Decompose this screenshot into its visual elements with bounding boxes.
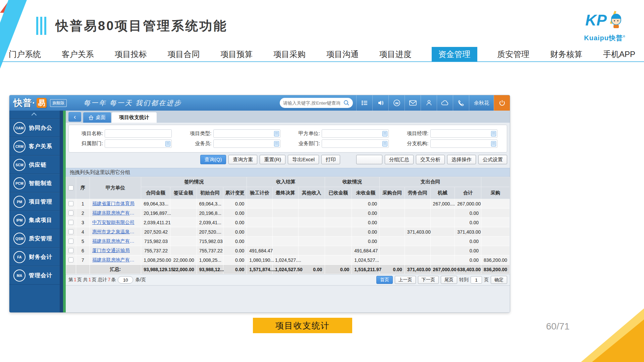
client-link[interactable]: 厦门市交通运输局	[92, 248, 139, 254]
toolbar-button-7[interactable]: 分组汇总	[385, 155, 414, 164]
toolbar-button-2[interactable]: 查询方案	[228, 155, 257, 164]
nav-item-10[interactable]: 质安管理	[496, 47, 530, 61]
filter-input[interactable]	[105, 140, 171, 147]
pager-button-2[interactable]: 上一页	[395, 276, 416, 284]
tab-desktop[interactable]: 桌面	[83, 112, 111, 123]
nav-item-11[interactable]: 财务核算	[549, 47, 583, 61]
row-checkbox[interactable]	[68, 239, 73, 244]
toolbar-button-1[interactable]: 查询(Q)	[200, 155, 226, 164]
data-cell	[380, 237, 405, 246]
im-icon[interactable]: IM	[388, 95, 405, 111]
nav-item-5[interactable]: 项目预算	[220, 47, 253, 61]
pager-button-4[interactable]: 尾页	[441, 276, 457, 284]
menu-list-icon[interactable]	[356, 95, 372, 111]
sidebar-item-pcm[interactable]: PCM智能制造	[9, 174, 60, 192]
filter-input-box	[105, 139, 172, 148]
nav-item-12[interactable]: 手机APP	[602, 47, 636, 61]
sidebar-item-pm[interactable]: PM项目管理	[9, 192, 60, 211]
data-cell: 0.00	[352, 218, 380, 227]
user-name[interactable]: 余秋花	[469, 95, 494, 111]
lookup-icon[interactable]	[165, 141, 170, 146]
data-cell: 1,008,250.00	[141, 255, 170, 265]
row-no: 4	[76, 227, 90, 237]
nav-item-4[interactable]: 项目合同	[167, 47, 200, 61]
goto-page-input[interactable]	[471, 276, 482, 284]
client-link[interactable]: 福建兆联房地产有限公司	[92, 210, 139, 216]
row-checkbox[interactable]	[68, 257, 73, 262]
sidebar-item-oam[interactable]: OAM协同办公	[9, 119, 60, 137]
pager-button-1[interactable]: 首页	[376, 276, 393, 284]
search-icon[interactable]	[343, 100, 350, 106]
nav-item-7[interactable]: 项目沟通	[326, 47, 359, 61]
contact-icon[interactable]	[421, 95, 437, 111]
filter-input[interactable]	[322, 140, 388, 147]
pager-button-3[interactable]: 下一页	[418, 276, 439, 284]
svg-text:KP: KP	[585, 11, 607, 29]
toolbar-button-3[interactable]: 重置(R)	[260, 155, 285, 164]
sidebar-collapse[interactable]	[9, 111, 60, 119]
toolbar-button-10[interactable]: 公式设置	[478, 155, 507, 164]
module-icon-fa: FA	[13, 251, 25, 263]
sidebar-item-ipm[interactable]: IPM集成项目	[9, 211, 60, 229]
lookup-icon[interactable]	[382, 141, 387, 146]
sound-icon[interactable]	[372, 95, 388, 111]
power-icon[interactable]	[494, 95, 510, 111]
client-link[interactable]: 惠州市龙之泉温泉开发...	[92, 229, 139, 235]
lookup-icon[interactable]	[274, 141, 279, 146]
toolbar-button-4[interactable]: 导出Excel	[288, 155, 319, 164]
sidebar-item-crm[interactable]: CRM客户关系	[9, 137, 60, 156]
sidebar-item-label: 管理会计	[29, 272, 52, 279]
row-checkbox[interactable]	[68, 248, 73, 253]
filter-input[interactable]	[431, 130, 497, 137]
phone-icon[interactable]	[453, 95, 469, 111]
toolbar-blank-button[interactable]	[356, 155, 382, 164]
toolbar-button-8[interactable]: 交叉分析	[416, 155, 445, 164]
search-input[interactable]	[283, 101, 343, 106]
lookup-icon[interactable]	[491, 141, 496, 146]
client-link[interactable]: 福建兆联房地产有限公司	[92, 257, 139, 263]
filter-field: 项目类型:	[179, 129, 288, 138]
summary-cell: 0.00	[223, 265, 247, 274]
nav-item-1[interactable]: 门户系统	[8, 47, 42, 61]
sidebar-item-ma[interactable]: MA管理会计	[9, 266, 60, 285]
confirm-button[interactable]: 确定	[491, 276, 507, 284]
tab-active[interactable]: 项目收支统计	[112, 112, 157, 123]
filter-input[interactable]	[214, 130, 280, 137]
row-checkbox[interactable]	[68, 229, 73, 234]
cloud-icon[interactable]	[437, 95, 453, 111]
mail-icon[interactable]	[405, 95, 421, 111]
nav-item-8[interactable]: 项目进度	[379, 47, 412, 61]
filter-input[interactable]	[105, 130, 171, 137]
lookup-icon[interactable]	[491, 131, 496, 136]
row-checkbox[interactable]	[68, 220, 73, 225]
nav-item-9[interactable]: 资金管理	[432, 47, 477, 62]
filter-input[interactable]	[214, 140, 280, 147]
nav-item-6[interactable]: 项目采购	[273, 47, 306, 61]
toolbar-button-5[interactable]: 打印	[321, 155, 340, 164]
client-link[interactable]: 福建兆联房地产有限公司	[92, 238, 139, 244]
client-link[interactable]: 福建省厦门市体育局	[92, 201, 139, 207]
page-size-input[interactable]	[118, 276, 133, 284]
filter-field: 甲方单位:	[288, 129, 396, 138]
client-link[interactable]: 中万安智能有限公司	[92, 220, 139, 226]
back-button[interactable]: ‹	[68, 112, 81, 122]
row-checkbox[interactable]	[68, 210, 73, 216]
lookup-icon[interactable]	[274, 131, 279, 136]
lookup-icon[interactable]	[382, 131, 387, 136]
sidebar-item-scm[interactable]: SCM供应链	[9, 156, 60, 174]
group-by-bar[interactable]: 拖拽列头到这里以用它分组	[66, 168, 510, 177]
logo-text: Kuaipu快普®	[580, 34, 630, 43]
module-icon-pcm: PCM	[13, 177, 25, 189]
filter-input[interactable]	[431, 140, 497, 147]
data-cell: 1,008,25...	[197, 255, 223, 265]
filter-input[interactable]	[322, 130, 388, 137]
sidebar-item-fa[interactable]: FA财务会计	[9, 248, 60, 266]
select-all-checkbox[interactable]	[68, 185, 73, 190]
nav-item-3[interactable]: 项目投标	[114, 47, 148, 61]
row-checkbox[interactable]	[68, 201, 73, 206]
sidebar-item-qsm[interactable]: QSM质安管理	[9, 229, 60, 248]
nav-item-2[interactable]: 客户关系	[61, 47, 95, 61]
toolbar-button-9[interactable]: 选择操作	[447, 155, 476, 164]
divider-green[interactable]	[63, 111, 66, 312]
summary-cell: 1,571,874....	[247, 265, 273, 274]
